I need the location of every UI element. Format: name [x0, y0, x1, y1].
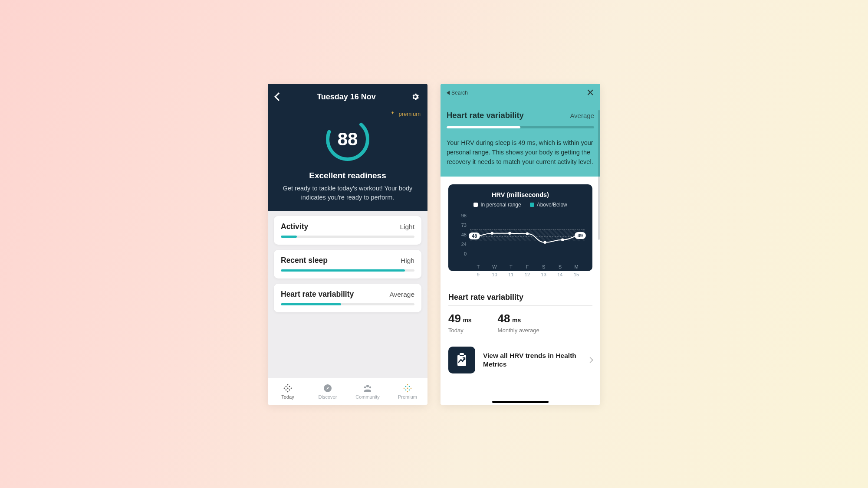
- svg-point-8: [289, 389, 290, 390]
- chart-legend: In personal range Above/Below: [456, 202, 585, 208]
- svg-point-6: [289, 386, 290, 387]
- readiness-score: 88 Excellent readiness Get ready to tack…: [268, 117, 427, 211]
- svg-point-5: [286, 386, 287, 387]
- back-triangle-icon: [447, 91, 450, 95]
- svg-point-9: [287, 387, 288, 389]
- y-axis: 987348240: [456, 213, 467, 256]
- clipboard-chart-icon: [448, 347, 475, 373]
- start-badge: 48: [469, 233, 480, 239]
- end-badge: 49: [575, 232, 586, 239]
- svg-point-1: [287, 384, 289, 385]
- premium-icon: [391, 111, 396, 116]
- plot-area: 48 49: [470, 215, 585, 256]
- tab-label: Discover: [319, 394, 337, 400]
- card-bar-fill: [281, 236, 297, 238]
- card-bar-fill: [281, 303, 341, 305]
- close-icon[interactable]: ✕: [586, 87, 594, 98]
- readiness-title: Excellent readiness: [309, 171, 386, 180]
- metric-cards: ActivityLightRecent sleepHighHeart rate …: [268, 211, 427, 378]
- card-title: Activity: [281, 222, 308, 231]
- chart-plot: 987348240 48 49 T9W10T11F12S13S14M15: [467, 213, 585, 265]
- card-value: Light: [400, 223, 414, 231]
- tab-label: Community: [355, 394, 380, 400]
- home-indicator[interactable]: [492, 401, 549, 403]
- card-bar-fill: [281, 269, 405, 272]
- card-bar: [281, 269, 414, 272]
- svg-point-0: [328, 119, 368, 159]
- compass-icon: [323, 383, 332, 393]
- scroll-indicator[interactable]: [598, 110, 600, 240]
- card-bar: [281, 236, 414, 238]
- status-nav: Search ✕: [447, 87, 594, 98]
- score-gauge: 88: [324, 115, 372, 163]
- month-unit: ms: [512, 317, 521, 324]
- hrv-progress-bar: [447, 126, 594, 128]
- diamond-dots-icon: [283, 383, 293, 393]
- hrv-status: Average: [570, 112, 594, 119]
- tab-community[interactable]: Community: [348, 378, 388, 405]
- chart-title: HRV (milliseconds): [456, 191, 585, 198]
- tab-discover[interactable]: Discover: [308, 378, 348, 405]
- svg-point-20: [405, 389, 407, 390]
- legend-item-above: Above/Below: [530, 202, 567, 208]
- legend-item-personal: In personal range: [473, 202, 521, 208]
- tab-bar: TodayDiscoverCommunityPremium: [268, 378, 427, 405]
- readiness-subtitle: Get ready to tackle today's workout! You…: [276, 184, 419, 202]
- hrv-detail-screen: Search ✕ Heart rate variability Average …: [441, 84, 600, 405]
- hrv-description: Your HRV during sleep is 49 ms, which is…: [447, 138, 594, 167]
- metric-card[interactable]: Recent sleepHigh: [274, 250, 421, 278]
- today-value: 49: [448, 312, 461, 325]
- svg-point-26: [508, 232, 511, 234]
- sparkle-icon: [403, 383, 412, 393]
- svg-point-17: [411, 387, 412, 389]
- svg-point-12: [364, 386, 366, 388]
- gear-icon[interactable]: [411, 92, 420, 101]
- svg-point-22: [407, 387, 408, 389]
- readiness-screen: Tuesday 16 Nov premium 88 Excellent read…: [268, 84, 427, 405]
- svg-point-14: [407, 384, 408, 385]
- stats-row: 49 ms Today 48 ms Monthly average: [448, 312, 592, 334]
- svg-point-19: [409, 386, 410, 387]
- month-label: Monthly average: [498, 327, 539, 334]
- premium-label: premium: [398, 111, 421, 117]
- metric-card[interactable]: ActivityLight: [274, 216, 421, 245]
- legend-swatch-teal: [530, 203, 534, 207]
- card-value: High: [401, 257, 414, 265]
- svg-point-4: [291, 387, 292, 389]
- nav-title: Tuesday 16 Nov: [282, 92, 411, 102]
- x-axis: T9W10T11F12S13S14M15: [470, 264, 585, 277]
- svg-rect-34: [460, 353, 464, 355]
- card-value: Average: [390, 291, 414, 298]
- trend-text: View all HRV trends in Health Metrics: [483, 351, 580, 369]
- card-title: Heart rate variability: [281, 290, 354, 299]
- hrv-progress-fill: [447, 126, 520, 128]
- content-area: HRV (milliseconds) In personal range Abo…: [441, 177, 600, 405]
- tab-label: Today: [281, 394, 294, 400]
- hrv-header-row: Heart rate variability Average: [447, 111, 594, 120]
- tab-today[interactable]: Today: [268, 378, 308, 405]
- chevron-right-icon: [587, 357, 593, 363]
- teal-header: Search ✕ Heart rate variability Average …: [441, 84, 600, 177]
- svg-point-16: [404, 387, 405, 389]
- view-trends-button[interactable]: View all HRV trends in Health Metrics: [448, 345, 592, 375]
- legend-swatch-white: [473, 203, 478, 207]
- back-label: Search: [451, 90, 468, 96]
- dark-header: Tuesday 16 Nov premium 88 Excellent read…: [268, 84, 427, 211]
- metric-card[interactable]: Heart rate variabilityAverage: [274, 284, 421, 312]
- card-bar: [281, 303, 414, 305]
- stat-monthly: 48 ms Monthly average: [498, 312, 539, 334]
- svg-point-2: [287, 391, 289, 392]
- today-unit: ms: [463, 317, 471, 324]
- tab-premium[interactable]: Premium: [388, 378, 427, 405]
- tab-label: Premium: [398, 394, 417, 400]
- section-title: Heart rate variability: [448, 293, 592, 302]
- svg-point-15: [407, 391, 408, 392]
- card-title: Recent sleep: [281, 256, 328, 265]
- svg-point-7: [286, 389, 287, 390]
- svg-point-27: [526, 232, 529, 235]
- svg-point-28: [543, 241, 546, 243]
- back-to-search[interactable]: Search: [447, 90, 468, 96]
- svg-point-25: [491, 232, 493, 234]
- svg-point-3: [284, 387, 285, 389]
- stat-today: 49 ms Today: [448, 312, 472, 334]
